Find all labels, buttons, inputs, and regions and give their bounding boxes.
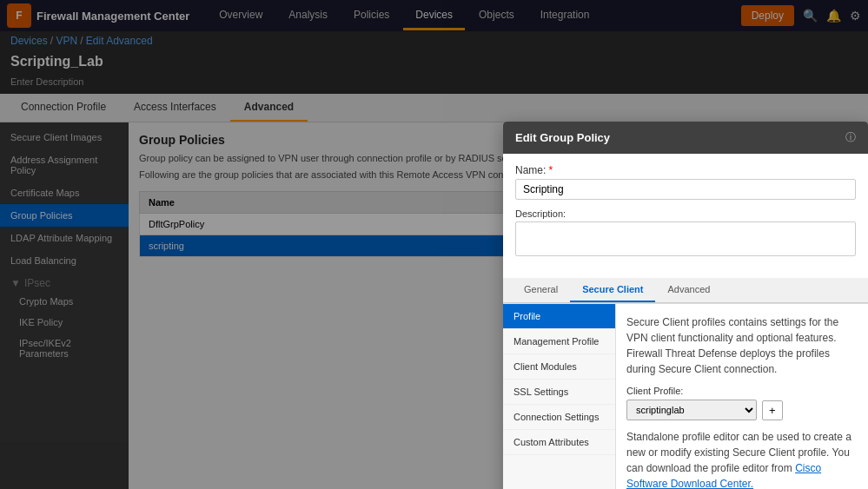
modal-content-area: Secure Client profiles contains settings… [616,304,868,489]
required-indicator: * [548,164,553,176]
description-row: Description: [515,208,856,259]
name-input[interactable] [515,179,856,200]
client-profile-label: Client Profile: [626,386,858,396]
modal-sidebar-client-modules[interactable]: Client Modules [503,354,615,380]
client-profile-controls: scriptinglab + [626,400,858,420]
modal-sidebar-ssl-settings[interactable]: SSL Settings [503,380,615,405]
name-label: Name: * [515,164,856,176]
modal-sidebar-management-profile[interactable]: Management Profile [503,329,615,354]
description-label: Description: [515,208,856,219]
modal-body: Name: * Description: General Secure Clie… [503,154,868,489]
edit-group-policy-modal: Edit Group Policy ⓘ Name: * Description: [503,122,868,489]
modal-sidebar-connection-settings[interactable]: Connection Settings [503,405,615,430]
modal-sidebar-custom-attributes[interactable]: Custom Attributes [503,430,615,455]
modal-tab-general[interactable]: General [512,278,570,302]
description-textarea[interactable] [515,221,856,256]
modal-tab-advanced[interactable]: Advanced [655,278,722,302]
modal-inner-tabs: General Secure Client Advanced [503,278,868,303]
profile-description: Secure Client profiles contains settings… [626,314,858,377]
standalone-description: Standalone profile editor can be used to… [626,429,858,489]
name-row: Name: * [515,164,856,200]
modal-form: Name: * Description: [503,154,868,278]
help-icon[interactable]: ⓘ [845,130,856,145]
client-profile-select[interactable]: scriptinglab [626,400,757,420]
modal-split: Profile Management Profile Client Module… [503,303,868,489]
modal-inner-sidebar: Profile Management Profile Client Module… [503,304,616,489]
modal-header: Edit Group Policy ⓘ [503,122,868,154]
modal-title: Edit Group Policy [515,131,610,144]
client-profile-row: Client Profile: scriptinglab + [626,386,858,420]
modal-overlay: Edit Group Policy ⓘ Name: * Description: [0,0,868,489]
modal-tab-secure-client[interactable]: Secure Client [570,278,655,302]
modal-sidebar-profile[interactable]: Profile [503,304,615,329]
add-profile-button[interactable]: + [762,400,783,420]
